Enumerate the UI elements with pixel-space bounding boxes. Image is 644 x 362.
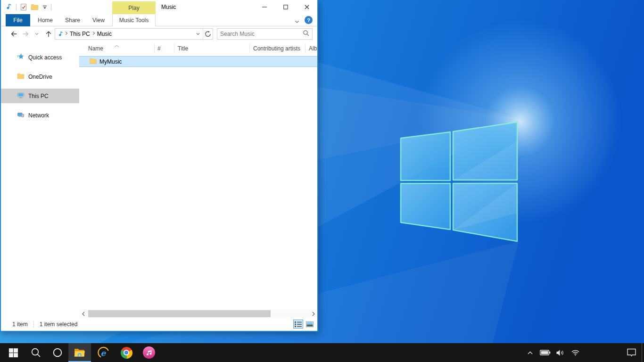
column-header-title[interactable]: Title [178, 45, 188, 52]
address-dropdown-chevron[interactable] [193, 29, 203, 39]
system-tray [524, 343, 581, 362]
tab-music-tools[interactable]: Music Tools [112, 14, 156, 26]
taskbar: e [0, 343, 644, 362]
tab-home[interactable]: Home [33, 14, 58, 26]
column-separator[interactable] [154, 44, 155, 53]
selection-status: 1 item selected [40, 321, 78, 328]
minimize-button[interactable] [254, 0, 275, 14]
new-folder-button[interactable] [31, 3, 39, 11]
quick-access-star-icon [17, 53, 25, 62]
search-taskbar-button[interactable] [25, 343, 47, 362]
tab-share[interactable]: Share [60, 14, 85, 26]
maximize-button[interactable] [275, 0, 296, 14]
chrome-button[interactable] [115, 343, 138, 362]
collapse-ribbon-chevron-icon[interactable] [295, 17, 299, 26]
forward-button[interactable] [21, 29, 31, 39]
internet-explorer-button[interactable]: e [92, 343, 115, 362]
sidebar-item-onedrive[interactable]: OneDrive [1, 69, 79, 84]
sidebar-item-label: Quick access [28, 54, 62, 61]
breadcrumb-chevron-icon [91, 31, 96, 37]
file-list-pane: Name # Title Contributing artists Alb My… [79, 41, 317, 318]
file-row-mymusic[interactable]: MyMusic [79, 56, 317, 67]
column-separator[interactable] [249, 44, 250, 53]
cortana-button[interactable] [46, 343, 69, 362]
column-header-album[interactable]: Alb [309, 45, 317, 52]
column-separator[interactable] [305, 44, 305, 53]
status-separator [33, 321, 34, 328]
close-button[interactable] [296, 0, 317, 14]
monitor-icon [17, 91, 25, 100]
scroll-left-arrow[interactable] [79, 310, 87, 318]
network-computer-icon [17, 111, 25, 120]
column-header-contributing-artists[interactable]: Contributing artists [253, 45, 300, 52]
contextual-tab-header-play[interactable]: Play [112, 1, 156, 14]
svg-text:e: e [100, 348, 106, 357]
folder-icon [89, 58, 97, 66]
up-button[interactable] [43, 29, 54, 39]
help-button[interactable]: ? [305, 16, 313, 24]
sidebar-item-this-pc[interactable]: This PC [1, 89, 79, 103]
status-bar: 1 item 1 item selected [1, 318, 317, 331]
hidden-icons-chevron[interactable] [524, 343, 536, 362]
battery-icon[interactable] [539, 343, 551, 362]
sidebar-item-network[interactable]: Network [1, 108, 79, 123]
sidebar-item-label: OneDrive [28, 74, 52, 80]
itunes-button[interactable] [138, 343, 160, 362]
back-button[interactable] [8, 29, 19, 39]
navigation-bar: This PC Music [1, 26, 317, 41]
scrollbar-thumb[interactable] [88, 310, 271, 317]
file-explorer-taskbar-button[interactable] [68, 343, 91, 362]
column-header-name[interactable]: Name [88, 45, 103, 52]
qat-separator [16, 4, 17, 10]
search-box [217, 28, 313, 40]
column-header-number[interactable]: # [157, 45, 161, 52]
content-area: Quick access OneDrive This PC [1, 41, 317, 318]
action-center-icon[interactable] [624, 343, 638, 362]
music-note-icon [58, 30, 64, 38]
navigation-pane: Quick access OneDrive This PC [1, 41, 79, 318]
show-desktop-button[interactable] [642, 343, 644, 362]
details-view-button[interactable] [293, 320, 303, 329]
quick-access-toolbar [6, 0, 51, 14]
explorer-window: Play Music File Home Share View Music To… [0, 0, 318, 332]
sidebar-item-label: This PC [28, 93, 49, 99]
tab-file[interactable]: File [6, 14, 30, 26]
scroll-right-arrow[interactable] [309, 310, 317, 318]
address-bar[interactable]: This PC Music [55, 28, 213, 40]
recent-locations-chevron[interactable] [33, 29, 41, 39]
properties-button[interactable] [20, 3, 27, 11]
large-icons-view-button[interactable] [305, 320, 314, 329]
music-note-icon [6, 2, 13, 12]
search-icon[interactable] [303, 30, 309, 38]
breadcrumb-chevron-icon [64, 31, 68, 37]
volume-icon[interactable] [554, 343, 566, 362]
customize-qat-chevron[interactable] [42, 4, 48, 10]
titlebar[interactable]: Play Music [1, 0, 317, 14]
folder-icon [17, 73, 25, 81]
wifi-icon[interactable] [570, 343, 581, 362]
itunes-icon [143, 346, 155, 359]
sort-ascending-caret-icon [114, 42, 119, 49]
qat-separator [51, 4, 51, 10]
refresh-button[interactable] [203, 29, 213, 39]
sidebar-item-quick-access[interactable]: Quick access [1, 50, 79, 65]
sidebar-item-label: Network [28, 112, 49, 119]
breadcrumb-this-pc[interactable]: This PC [68, 31, 91, 37]
window-title: Music [161, 0, 176, 14]
item-count: 1 item [12, 321, 28, 328]
file-name: MyMusic [99, 58, 122, 65]
horizontal-scrollbar[interactable] [79, 310, 317, 318]
column-headers: Name # Title Contributing artists Alb [79, 41, 317, 55]
window-controls [254, 0, 317, 14]
column-separator[interactable] [174, 44, 174, 53]
tab-view[interactable]: View [88, 14, 109, 26]
search-input[interactable] [220, 31, 303, 37]
start-button[interactable] [2, 343, 25, 362]
ribbon-tabs: File Home Share View Music Tools ? [1, 14, 317, 26]
breadcrumb-music[interactable]: Music [96, 31, 113, 37]
chrome-icon [121, 347, 132, 359]
desktop: Play Music File Home Share View Music To… [0, 0, 644, 362]
